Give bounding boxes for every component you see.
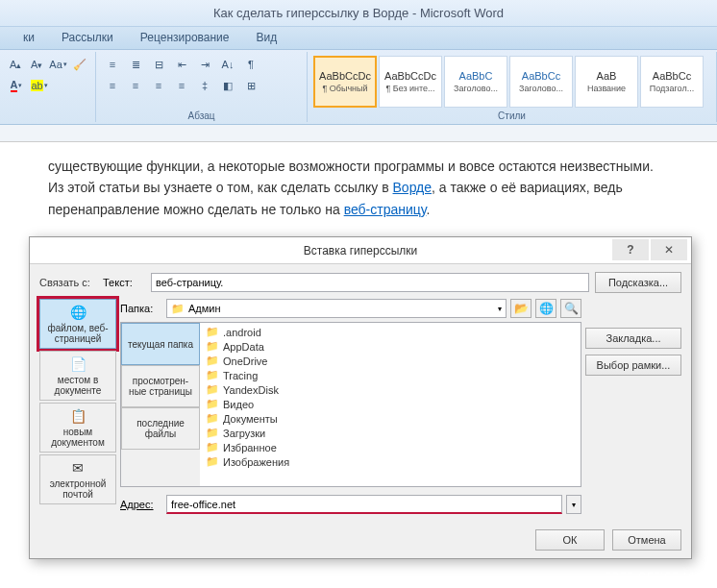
style-item[interactable]: AaBbCcDc¶ Без инте... — [379, 56, 442, 108]
folder-icon: 📁 — [206, 441, 219, 453]
folder-dropdown[interactable]: 📁 Админ ▾ — [166, 299, 507, 318]
address-label: Адрес: — [120, 499, 162, 510]
link-type-icon: 📄 — [68, 355, 87, 373]
folder-icon: 📁 — [206, 455, 219, 468]
document-body: существующие функции, а некоторые возмож… — [0, 142, 717, 230]
text-label: Текст: — [103, 277, 145, 288]
numbering-icon[interactable]: ≣ — [125, 54, 146, 75]
address-dropdown-icon[interactable]: ▾ — [566, 495, 581, 514]
folder-icon: 📁 — [206, 355, 219, 367]
bookmark-button[interactable]: Закладка... — [585, 328, 681, 349]
clear-format-icon[interactable]: 🧹 — [70, 54, 89, 75]
doc-text: , а также о её вариациях, ведь — [432, 180, 623, 195]
styles-label: Стили — [308, 110, 716, 121]
file-item[interactable]: 📁Изображения — [202, 454, 579, 469]
indent-icon[interactable]: ⇥ — [194, 54, 215, 75]
ribbon-tab[interactable]: Рассылки — [48, 27, 127, 49]
borders-icon[interactable]: ⊞ — [240, 75, 261, 96]
help-button[interactable]: ? — [612, 239, 649, 260]
file-item[interactable]: 📁.android — [202, 325, 579, 339]
window-title: Как сделать гиперссылку в Ворде - Micros… — [0, 0, 717, 27]
font-group: A▴ A▾ Aa▾ 🧹 A▾ ab▾ — [0, 52, 96, 122]
link-type-icon: 📋 — [68, 407, 87, 425]
outdent-icon[interactable]: ⇤ — [171, 54, 192, 75]
font-color-icon[interactable]: A▾ — [6, 75, 27, 96]
shading-icon[interactable]: ◧ — [217, 75, 238, 96]
file-item[interactable]: 📁Загрузки — [202, 426, 579, 440]
file-item[interactable]: 📁YandexDisk — [202, 382, 579, 397]
file-item[interactable]: 📁Видео — [202, 397, 579, 411]
align-center-icon[interactable]: ≡ — [125, 75, 146, 96]
folder-icon: 📁 — [206, 412, 219, 425]
style-item[interactable]: AaBbCcПодзагол... — [640, 56, 704, 108]
style-item[interactable]: AaBНазвание — [575, 56, 638, 108]
dialog-title-bar: Вставка гиперссылки ? ✕ — [30, 237, 691, 264]
align-right-icon[interactable]: ≡ — [148, 75, 169, 96]
folder-icon: 📁 — [206, 383, 219, 396]
shrink-font-icon[interactable]: A▾ — [27, 54, 46, 75]
highlight-icon[interactable]: ab▾ — [29, 75, 50, 96]
doc-text: . — [426, 202, 430, 217]
target-frame-button[interactable]: Выбор рамки... — [585, 355, 681, 376]
browse-tab[interactable]: текущая папка — [121, 323, 200, 365]
screentip-button[interactable]: Подсказка... — [595, 272, 681, 293]
browse-web-icon[interactable]: 🌐 — [535, 299, 556, 318]
link-type-option[interactable]: 🌐файлом, веб-страницей — [39, 299, 116, 349]
folder-icon: 📁 — [206, 369, 219, 381]
grow-font-icon[interactable]: A▴ — [6, 54, 25, 75]
bullets-icon[interactable]: ≡ — [102, 54, 123, 75]
ribbon-tab[interactable]: Рецензирование — [127, 27, 243, 49]
chevron-down-icon: ▾ — [498, 305, 502, 313]
style-item[interactable]: AaBbCcЗаголово... — [509, 56, 573, 108]
paragraph-label: Абзац — [96, 110, 307, 121]
link-type-icon: ✉ — [68, 459, 87, 477]
folder-icon: 📁 — [206, 340, 219, 353]
hyperlink[interactable]: веб-страницу — [344, 202, 427, 217]
folder-icon: 📁 — [171, 303, 185, 315]
link-with-label: Связать с: — [39, 277, 97, 288]
close-button[interactable]: ✕ — [651, 239, 687, 260]
file-item[interactable]: 📁Документы — [202, 411, 579, 426]
link-type-option[interactable]: 📄местом в документе — [39, 351, 116, 401]
ribbon-tab[interactable]: Вид — [242, 27, 290, 49]
doc-text: Из этой статьи вы узнаете о том, как сде… — [48, 180, 393, 195]
browse-tab[interactable]: последние файлы — [121, 407, 200, 450]
file-item[interactable]: 📁Tracing — [202, 368, 579, 382]
cancel-button[interactable]: Отмена — [612, 529, 681, 551]
multilevel-icon[interactable]: ⊟ — [148, 54, 169, 75]
change-case-icon[interactable]: Aa▾ — [48, 54, 67, 75]
styles-group: AaBbCcDc¶ ОбычныйAaBbCcDc¶ Без инте...Aa… — [308, 52, 717, 122]
folder-icon: 📁 — [206, 398, 219, 410]
style-item[interactable]: AaBbCcDc¶ Обычный — [313, 56, 377, 108]
file-item[interactable]: 📁OneDrive — [202, 354, 579, 368]
doc-text: существующие функции, а некоторые возмож… — [48, 159, 654, 174]
file-item[interactable]: 📁AppData — [202, 339, 579, 354]
paragraph-group: ≡ ≣ ⊟ ⇤ ⇥ A↓ ¶ ≡ ≡ ≡ ≡ ‡ ◧ ⊞ Абзац — [96, 52, 308, 122]
folder-label: Папка: — [120, 303, 162, 314]
browse-tab[interactable]: просмотрен-ные страницы — [121, 365, 200, 407]
up-folder-icon[interactable]: 📂 — [510, 299, 532, 318]
doc-text: перенаправление можно сделать не только … — [48, 202, 344, 217]
hyperlink[interactable]: Ворде — [393, 180, 433, 195]
align-left-icon[interactable]: ≡ — [102, 75, 123, 96]
ok-button[interactable]: ОК — [535, 529, 605, 551]
insert-hyperlink-dialog: Вставка гиперссылки ? ✕ Связать с: Текст… — [29, 236, 692, 559]
show-marks-icon[interactable]: ¶ — [240, 54, 261, 75]
dialog-title: Вставка гиперссылки — [304, 244, 417, 257]
line-spacing-icon[interactable]: ‡ — [194, 75, 215, 96]
watermark: FREE-OFFICE.NET — [606, 572, 705, 582]
justify-icon[interactable]: ≡ — [171, 75, 192, 96]
folder-icon: 📁 — [206, 326, 219, 338]
link-type-option[interactable]: 📋новым документом — [39, 403, 116, 453]
ribbon-tabs: ки Рассылки Рецензирование Вид — [0, 27, 717, 50]
ribbon-tab[interactable]: ки — [10, 27, 48, 49]
browse-file-icon[interactable]: 🔍 — [560, 299, 581, 318]
file-item[interactable]: 📁Избранное — [202, 440, 579, 454]
folder-value: Админ — [188, 303, 221, 314]
link-type-option[interactable]: ✉электронной почтой — [39, 454, 116, 504]
ribbon: A▴ A▾ Aa▾ 🧹 A▾ ab▾ ≡ ≣ ⊟ ⇤ ⇥ A↓ ¶ ≡ ≡ ≡ … — [0, 50, 717, 125]
address-input[interactable] — [166, 495, 562, 514]
display-text-input[interactable] — [151, 273, 589, 292]
sort-icon[interactable]: A↓ — [217, 54, 238, 75]
style-item[interactable]: AaBbCЗаголово... — [444, 56, 507, 108]
